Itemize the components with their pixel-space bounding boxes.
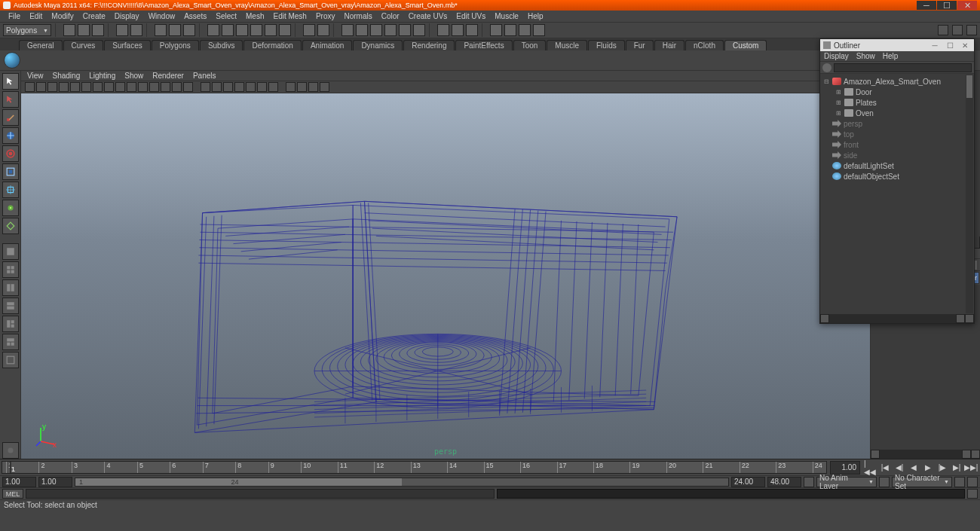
- anim-layer-icon[interactable]: [879, 477, 890, 487]
- outliner-vertical-scrollbar[interactable]: [966, 75, 973, 313]
- play-forward-button[interactable]: ▶: [921, 462, 935, 474]
- snap-point-button[interactable]: [236, 24, 248, 36]
- menu-color[interactable]: Color: [377, 12, 404, 20]
- outliner-tree[interactable]: ⊟Amazon_Alexa_Smart_Oven⊞Door⊞Plates⊞Ove…: [820, 74, 974, 314]
- outliner-item-defaultobjectset[interactable]: defaultObjectSet: [822, 171, 972, 182]
- show-manipulator-button[interactable]: [504, 24, 516, 36]
- snap-curve-button[interactable]: [222, 24, 234, 36]
- playback-end-field[interactable]: 24.00: [731, 477, 765, 487]
- soft-modification-button[interactable]: [2, 200, 19, 216]
- vp-lock-camera[interactable]: [36, 82, 46, 92]
- menu-create[interactable]: Create: [78, 12, 110, 20]
- menu-edit-uvs[interactable]: Edit UVs: [452, 12, 490, 20]
- scroll-right2-button[interactable]: [971, 450, 980, 459]
- vp-use-all-lights[interactable]: [234, 82, 244, 92]
- window-maximize-button[interactable]: ☐: [937, 1, 957, 10]
- toggle-tool-settings-button[interactable]: [952, 25, 963, 35]
- vp-safe-action[interactable]: [149, 82, 159, 92]
- layer-scrollbar[interactable]: [871, 450, 980, 459]
- outliner-item-oven[interactable]: ⊞Oven: [822, 108, 972, 118]
- step-back-key-button[interactable]: |◀: [878, 462, 892, 474]
- outliner-menu-display[interactable]: Display: [824, 52, 849, 60]
- scroll-track[interactable]: [829, 314, 956, 323]
- vp-motion-blur[interactable]: [320, 82, 329, 92]
- vp-use-default-material[interactable]: [201, 82, 210, 92]
- outliner-titlebar[interactable]: Outliner ─ ☐ ✕: [820, 39, 974, 51]
- shelf-tab-dynamics[interactable]: Dynamics: [353, 40, 403, 50]
- menu-display[interactable]: Display: [110, 12, 144, 20]
- viewport-menu-renderer[interactable]: Renderer: [152, 72, 184, 80]
- expand-toggle[interactable]: ⊞: [835, 99, 842, 106]
- scroll-left-button[interactable]: [871, 450, 880, 459]
- layout-two-side-button[interactable]: [2, 279, 19, 296]
- animation-end-field[interactable]: 48.00: [767, 477, 801, 487]
- outliner-menu-help[interactable]: Help: [883, 52, 899, 60]
- animation-prefs-icon[interactable]: [967, 477, 978, 487]
- menu-mesh[interactable]: Mesh: [241, 12, 268, 20]
- make-live-button[interactable]: [279, 24, 291, 36]
- autokey-icon[interactable]: [954, 477, 965, 487]
- show-tool-button[interactable]: [533, 24, 545, 36]
- shelf-tab-custom[interactable]: Custom: [724, 40, 767, 50]
- scrollbar-thumb[interactable]: [966, 75, 972, 98]
- outliner-window[interactable]: Outliner ─ ☐ ✕ DisplayShowHelp ⊟Amazon_A…: [819, 38, 975, 324]
- step-forward-frame-button[interactable]: |▶: [936, 462, 949, 474]
- vp-isolate-select[interactable]: [268, 82, 278, 92]
- ipr-render-button[interactable]: [370, 24, 382, 36]
- character-set-selector[interactable]: No Character Set▼: [892, 477, 952, 487]
- paint-select-tool-button[interactable]: [2, 109, 19, 126]
- save-scene-button[interactable]: [92, 24, 104, 36]
- vp-wireframe[interactable]: [172, 82, 182, 92]
- scroll-right2-button[interactable]: [965, 314, 974, 323]
- vp-grid-toggle[interactable]: [93, 82, 103, 92]
- render-current-button[interactable]: [356, 24, 368, 36]
- rotate-tool-button[interactable]: [2, 145, 19, 162]
- anim-layer-selector[interactable]: No Anim Layer▼: [816, 477, 877, 487]
- menu-help[interactable]: Help: [523, 12, 548, 20]
- shelf-tab-painteffects[interactable]: PaintEffects: [455, 40, 512, 50]
- step-back-frame-button[interactable]: ◀|: [893, 462, 906, 474]
- layout-two-stacked-button[interactable]: [2, 298, 19, 314]
- expand-toggle[interactable]: ⊞: [835, 89, 842, 96]
- layout-four-button[interactable]: [452, 24, 464, 36]
- select-by-hierarchy-button[interactable]: [155, 24, 167, 36]
- vp-xray[interactable]: [286, 82, 296, 92]
- open-scene-button[interactable]: [78, 24, 90, 36]
- shelf-tab-fur[interactable]: Fur: [626, 40, 654, 50]
- script-editor-button[interactable]: [967, 489, 978, 499]
- vp-image-plane[interactable]: [59, 82, 69, 92]
- outliner-horizontal-scrollbar[interactable]: [820, 314, 974, 323]
- shelf-tab-curves[interactable]: Curves: [63, 40, 104, 50]
- toggle-attribute-editor-button[interactable]: [938, 25, 948, 35]
- window-close-button[interactable]: ✕: [957, 1, 977, 10]
- shelf-tab-muscle[interactable]: Muscle: [547, 40, 587, 50]
- layout-four-pane-button[interactable]: [2, 261, 19, 278]
- vp-select-camera[interactable]: [25, 82, 35, 92]
- vp-2d-pan[interactable]: [70, 82, 80, 92]
- vp-gate-mask[interactable]: [127, 82, 136, 92]
- render-view-button[interactable]: [341, 24, 354, 36]
- menu-select[interactable]: Select: [211, 12, 241, 20]
- outliner-item-persp[interactable]: persp: [822, 118, 972, 129]
- vp-grease-pencil[interactable]: [81, 82, 91, 92]
- layout-three-left-button[interactable]: [2, 316, 19, 332]
- shelf-tab-subdivs[interactable]: Subdivs: [200, 40, 243, 50]
- menu-assets[interactable]: Assets: [179, 12, 211, 20]
- select-tool-button[interactable]: [2, 73, 19, 90]
- menu-modify[interactable]: Modify: [47, 12, 78, 20]
- render-settings-button[interactable]: [384, 24, 397, 36]
- vp-xray-joints[interactable]: [297, 82, 307, 92]
- scroll-right-button[interactable]: [956, 314, 965, 323]
- shelf-tab-ncloth[interactable]: nCloth: [685, 40, 724, 50]
- outliner-item-amazon-alexa-smart-oven[interactable]: ⊟Amazon_Alexa_Smart_Oven: [822, 76, 972, 87]
- menu-create-uvs[interactable]: Create UVs: [404, 12, 452, 20]
- layout-panel-button[interactable]: [466, 24, 478, 36]
- viewport-menu-show[interactable]: Show: [124, 72, 143, 80]
- current-frame-field[interactable]: 1.00: [830, 461, 860, 475]
- play-backward-button[interactable]: ◀: [907, 462, 920, 474]
- scroll-left-button[interactable]: [820, 314, 829, 323]
- go-to-start-button[interactable]: |◀◀: [864, 462, 877, 474]
- time-slider-track[interactable]: 123456789101112131415161718192021222324 …: [2, 461, 827, 474]
- outliner-item-door[interactable]: ⊞Door: [822, 87, 972, 97]
- window-minimize-button[interactable]: ─: [917, 1, 936, 10]
